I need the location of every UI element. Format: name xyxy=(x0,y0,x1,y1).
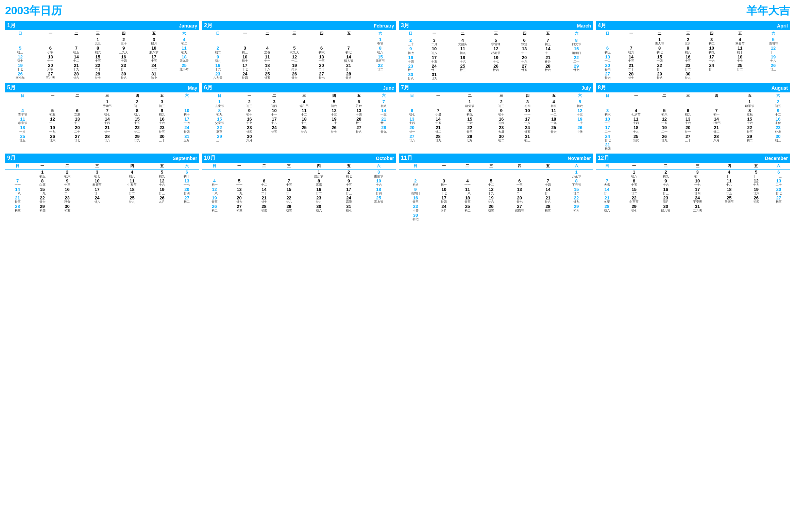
week-row: 16廿三17廿四18廿五19廿六20廿七21廿八22廿九 xyxy=(399,195,593,204)
day-note: 十五 xyxy=(426,122,451,125)
day-cell: 18十九 xyxy=(619,125,653,134)
month-4: 4月April日一二三四五六1惠人节2三月3初二4寒食节5清明节6初五7初六8初… xyxy=(596,21,790,81)
day-cell: 23小雪 xyxy=(399,204,432,212)
day-cell: 18廿二 xyxy=(115,187,150,195)
day-note: 十六 xyxy=(150,122,174,125)
day-number: 3 xyxy=(515,100,540,104)
day-number: 29 xyxy=(619,204,649,209)
day-cell: 12十八 xyxy=(202,187,227,195)
day-number: 25 xyxy=(714,196,744,200)
day-cell: 7初七 xyxy=(333,46,365,54)
day-cell xyxy=(536,213,560,221)
day-cell: 30廿八 xyxy=(399,72,422,81)
day-note: 十一 xyxy=(263,113,286,116)
day-note: 初十 xyxy=(489,113,514,116)
week-row: 26南小年27五九天28廿六29廿七30廿八31除夕 xyxy=(5,71,199,80)
day-cell: 24廿八 xyxy=(80,195,115,204)
day-number: 6 xyxy=(513,38,535,43)
day-cell: 15十五 xyxy=(125,117,150,125)
day-number: 22 xyxy=(203,125,236,130)
week-row: 23八九天24廿四25廿五26廿六27廿七28廿八 xyxy=(202,71,396,80)
day-cell: 27初三 xyxy=(227,204,252,212)
day-cell xyxy=(596,170,618,178)
day-cell xyxy=(619,142,653,151)
day-cell: 25初二 xyxy=(456,204,479,212)
day-number: 13 xyxy=(768,179,789,183)
day-cell: 28廿八 xyxy=(90,134,125,142)
day-note: 初五 xyxy=(277,209,301,212)
day-note: 八九天 xyxy=(203,76,233,79)
day-cell: 10初八 xyxy=(422,46,446,55)
day-note: 廿六 xyxy=(596,76,619,79)
day-cell: 6十三 xyxy=(503,178,536,187)
day-cell: 5清明节 xyxy=(757,37,790,46)
day-number: 23 xyxy=(55,196,79,200)
day-number: 10 xyxy=(596,117,619,122)
day-cell: 1建军节 xyxy=(733,99,766,108)
day-cell xyxy=(767,204,790,212)
day-number: 27 xyxy=(66,134,89,139)
day-number: 2 xyxy=(125,100,149,104)
day-number: 8 xyxy=(302,179,336,183)
day-note: 初十 xyxy=(700,113,732,116)
day-note: 初二 xyxy=(489,139,514,142)
day-note: 十九 xyxy=(541,122,566,125)
day-note: 二十 xyxy=(504,192,536,195)
day-cell: 14廿一 xyxy=(536,187,560,195)
week-row: 17二十18十九19二十20廿一21廿二22廿三23处暑 xyxy=(596,125,790,134)
day-cell: 12十三 xyxy=(567,108,593,117)
day-cell: 1春节 xyxy=(365,37,396,46)
col-header-五: 五 xyxy=(536,30,560,37)
day-number: 20 xyxy=(596,63,619,68)
day-number: 7 xyxy=(66,46,86,51)
col-header-日: 日 xyxy=(5,30,35,37)
day-note: 中伏 xyxy=(568,130,592,134)
day-cell: 26初四 xyxy=(745,195,767,204)
day-cell: 9十三 xyxy=(55,178,80,187)
day-number: 18 xyxy=(620,125,652,130)
day-cell: 12十九 xyxy=(479,187,503,195)
day-number: 11 xyxy=(724,46,756,51)
day-note: 初五 xyxy=(537,43,559,46)
day-cell: 29初二 xyxy=(733,134,766,142)
month-cn-label: 12月 xyxy=(598,155,609,162)
day-cell: 27三十 xyxy=(676,134,700,142)
day-note: 初八 xyxy=(677,51,699,54)
week-row: 31初四 xyxy=(596,142,790,151)
day-note: 廿五 xyxy=(513,69,535,72)
day-cell: 2初八 xyxy=(399,178,432,187)
day-cell xyxy=(733,142,766,151)
day-cell xyxy=(287,134,322,142)
day-number: 13 xyxy=(36,55,65,59)
week-row: 18十八19十九20二十21廿一22廿二23廿三24廿四 xyxy=(5,125,199,134)
day-cell: 1国庆节 xyxy=(301,170,336,178)
day-number: 14 xyxy=(426,117,451,122)
day-number: 9 xyxy=(238,108,261,113)
day-cell: 17十八 xyxy=(514,117,541,125)
day-number: 27 xyxy=(677,134,699,139)
day-note: 初八 xyxy=(653,113,675,116)
day-cell: 22夏至 xyxy=(202,125,237,134)
week-row: 12十八13十九14二十15廿一16廿二17廿三18廿四 xyxy=(202,187,396,195)
col-header-五: 五 xyxy=(541,92,567,99)
day-number: 6 xyxy=(504,179,536,183)
day-cell: 2初六 xyxy=(55,170,80,178)
day-cell: 17廿四 xyxy=(432,195,456,204)
day-note: 廿二 xyxy=(365,68,395,71)
day-note: 小雪 xyxy=(400,209,432,212)
day-note: 十五 xyxy=(619,183,649,187)
day-note: 十三 xyxy=(768,175,789,178)
day-number: 7 xyxy=(426,108,451,113)
day-note: 十二 xyxy=(767,113,789,116)
day-number: 25 xyxy=(724,63,756,68)
day-number: 17 xyxy=(234,63,255,68)
day-cell: 16二十 xyxy=(55,187,80,195)
month-en-label: October xyxy=(376,156,394,161)
day-cell: 1劳动节 xyxy=(90,99,125,108)
day-number: 19 xyxy=(322,117,346,122)
day-note: 初九 xyxy=(700,51,723,54)
day-number: 15 xyxy=(203,117,236,122)
day-note: 廿四 xyxy=(362,192,395,195)
day-note: 植树节 xyxy=(480,52,512,55)
day-cell: 13十九 xyxy=(227,187,252,195)
